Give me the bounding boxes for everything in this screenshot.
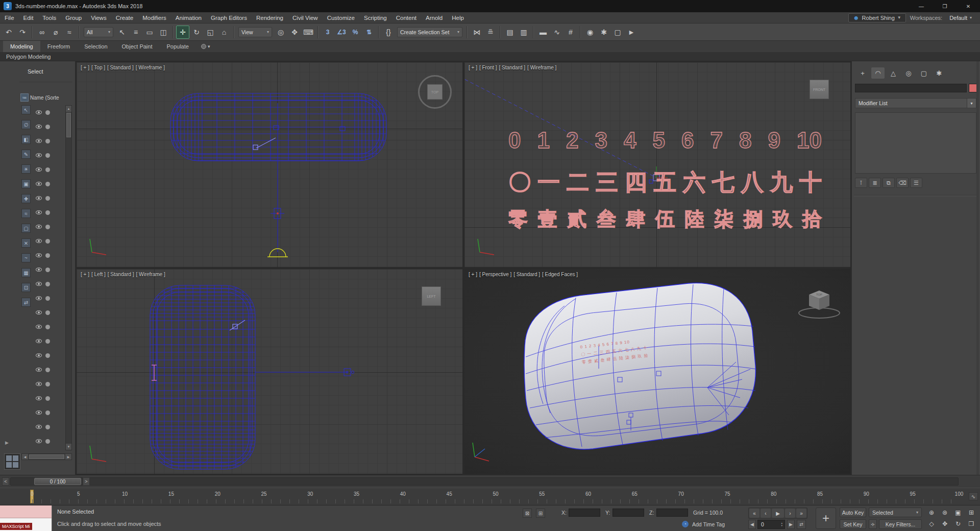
visibility-eye-icon[interactable] xyxy=(36,425,42,429)
scene-object-row[interactable] xyxy=(33,205,64,220)
viewport-label-part[interactable]: [ + ] xyxy=(81,272,89,277)
visibility-eye-icon[interactable] xyxy=(36,325,42,329)
menu-tools[interactable]: Tools xyxy=(38,12,61,23)
show-end-result-button[interactable]: ≣ xyxy=(869,178,881,188)
named-selection-sets-field[interactable]: Create Selection Set▾ xyxy=(397,27,462,37)
display-lights-icon[interactable]: ☀ xyxy=(21,164,31,174)
bind-to-space-warp-button[interactable]: ≈ xyxy=(63,26,76,39)
time-slider-thumb[interactable]: 0 / 100 xyxy=(34,478,81,485)
snaps-toggle-button[interactable]: 3 xyxy=(321,26,334,39)
viewcube-perspective[interactable]: TOP xyxy=(796,283,842,321)
scene-object-row[interactable] xyxy=(33,348,64,363)
scene-object-row[interactable] xyxy=(33,191,64,205)
viewport-label-part[interactable]: [ Wireframe ] xyxy=(527,65,556,70)
select-object-button[interactable]: ↖ xyxy=(115,26,129,39)
percent-snap-button[interactable]: % xyxy=(349,26,362,39)
menu-graph-editors[interactable]: Graph Editors xyxy=(206,12,252,23)
visibility-eye-icon[interactable] xyxy=(36,196,42,200)
edit-named-selection-sets-button[interactable]: {} xyxy=(382,26,395,39)
key-filters-button[interactable]: Key Filters... xyxy=(879,519,922,529)
redo-button[interactable]: ↷ xyxy=(16,26,29,39)
menu-edit[interactable]: Edit xyxy=(19,12,38,23)
select-and-manipulate-button[interactable]: ✥ xyxy=(288,26,301,39)
visibility-eye-icon[interactable] xyxy=(36,110,42,114)
sort-column-icon[interactable]: ≔ xyxy=(20,93,29,102)
current-frame-field[interactable]: 0 ▴ ▾ xyxy=(757,520,785,529)
select-and-place-button[interactable]: ⌂ xyxy=(217,26,231,39)
viewport-left[interactable]: [ + ][ Left ][ Standard ][ Wireframe ] L… xyxy=(77,269,462,474)
make-unique-button[interactable]: ⧉ xyxy=(883,178,895,188)
time-slider-track[interactable]: 0 / 100 xyxy=(10,477,959,486)
display-geometry-icon[interactable]: ◧ xyxy=(21,135,31,144)
spinner-snap-button[interactable]: ⇅ xyxy=(362,26,376,39)
select-by-name-button[interactable]: ≡ xyxy=(129,26,142,39)
visibility-eye-icon[interactable] xyxy=(36,396,42,400)
object-name-field[interactable] xyxy=(855,84,967,92)
field-of-view-icon[interactable]: ◇ xyxy=(925,518,938,529)
menu-file[interactable]: File xyxy=(0,12,19,23)
visibility-eye-icon[interactable] xyxy=(36,353,42,357)
menu-help[interactable]: Help xyxy=(447,12,469,23)
viewport-label-part[interactable]: [ Standard ] xyxy=(499,65,525,70)
visibility-eye-icon[interactable] xyxy=(36,153,42,157)
visibility-eye-icon[interactable] xyxy=(36,139,42,143)
viewport-label-part[interactable]: [ + ] xyxy=(469,272,477,277)
maxscript-mini-listener[interactable]: MAXScript Mi xyxy=(0,505,52,531)
pin-stack-button[interactable]: ⊺ xyxy=(855,178,867,188)
viewport-label-part[interactable]: [ Wireframe ] xyxy=(136,272,165,277)
scene-object-row[interactable] xyxy=(33,220,64,234)
display-tab[interactable]: ▢ xyxy=(917,67,930,79)
toggle-ribbon-button[interactable]: ▬ xyxy=(536,26,550,39)
set-keys-button[interactable]: + xyxy=(816,508,836,529)
menu-civil-view[interactable]: Civil View xyxy=(288,12,323,23)
display-xrefs-icon[interactable]: ✕ xyxy=(21,238,31,248)
menu-modifiers[interactable]: Modifiers xyxy=(138,12,171,23)
name-column-header[interactable]: Name (Sorte xyxy=(30,95,59,101)
viewport-front[interactable]: 012345678910 〇一二三四五六七八九十 零壹貳叁肆伍陸柒捌玖拾 [ +… xyxy=(464,62,850,267)
frame-spinner[interactable]: ▴ ▾ xyxy=(781,522,782,527)
maximize-viewport-icon[interactable]: ❒ xyxy=(965,518,978,529)
viewport-label-part[interactable]: [ Standard ] xyxy=(513,272,540,277)
viewport-label-part[interactable]: [ Edged Faces ] xyxy=(542,272,578,277)
mini-curve-editor-button[interactable]: ∿ xyxy=(969,492,978,500)
visibility-eye-icon[interactable] xyxy=(36,268,42,272)
render-setup-button[interactable]: ✱ xyxy=(597,26,610,39)
display-spacewarps-icon[interactable]: ≈ xyxy=(21,209,31,218)
visibility-eye-icon[interactable] xyxy=(36,296,42,300)
curve-editor-button[interactable]: ∿ xyxy=(550,26,564,39)
viewport-top[interactable]: [ + ][ Top ][ Standard ][ Wireframe ] TO… xyxy=(77,62,462,267)
utilities-tab[interactable]: ✱ xyxy=(933,67,946,79)
scene-object-row[interactable] xyxy=(33,405,64,420)
material-editor-button[interactable]: ◉ xyxy=(583,26,597,39)
viewport-label-part[interactable]: [ Front ] xyxy=(479,65,497,70)
menu-create[interactable]: Create xyxy=(111,12,138,23)
hierarchy-tab[interactable]: △ xyxy=(887,67,900,79)
scene-object-row[interactable] xyxy=(33,334,64,348)
x-coordinate-field[interactable] xyxy=(569,509,600,517)
set-key-button[interactable]: Set Key xyxy=(840,519,866,529)
scene-object-row[interactable] xyxy=(33,148,64,162)
scroll-up-arrow-icon[interactable]: ▲ xyxy=(66,106,71,112)
toggle-layer-explorer-button[interactable]: ▥ xyxy=(517,26,530,39)
create-tab[interactable]: + xyxy=(856,67,869,79)
visibility-eye-icon[interactable] xyxy=(36,210,42,214)
scroll-left-arrow-icon[interactable]: ◀ xyxy=(22,454,28,460)
viewport-label-part[interactable]: [ Perspective ] xyxy=(479,272,511,277)
select-and-link-button[interactable]: ∞ xyxy=(35,26,48,39)
minimize-button[interactable]: — xyxy=(910,0,933,12)
polygon-modeling-tab[interactable]: Polygon Modeling xyxy=(0,54,57,60)
select-and-scale-button[interactable]: ◱ xyxy=(204,26,217,39)
mirror-button[interactable]: ⋈ xyxy=(470,26,483,39)
visibility-eye-icon[interactable] xyxy=(36,339,42,343)
viewcube-top[interactable]: TOP xyxy=(418,75,452,109)
scene-object-row[interactable] xyxy=(33,420,64,434)
menu-animation[interactable]: Animation xyxy=(171,12,206,23)
selection-lock-toggle[interactable]: ⊠ xyxy=(523,509,532,518)
modifier-stack[interactable] xyxy=(855,112,976,174)
next-frame-step-button[interactable]: ▶ xyxy=(787,520,795,529)
motion-tab[interactable]: ◎ xyxy=(902,67,915,79)
viewport-label-part[interactable]: [ Left ] xyxy=(91,272,106,277)
visibility-eye-icon[interactable] xyxy=(36,239,42,243)
angle-snap-button[interactable]: ∠3 xyxy=(335,26,348,39)
selection-filter-dropdown[interactable]: All▾ xyxy=(84,27,113,37)
